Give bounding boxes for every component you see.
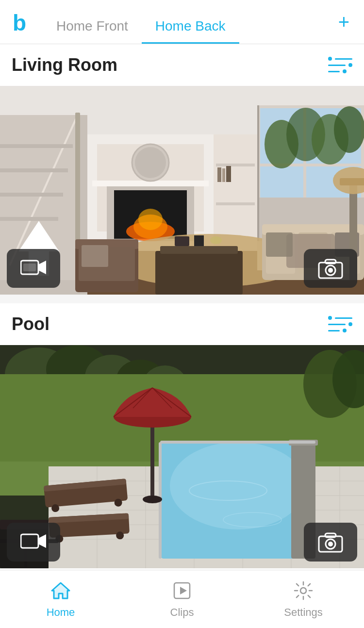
- tab-home-back[interactable]: Home Back: [142, 0, 239, 44]
- svg-rect-62: [340, 178, 364, 185]
- svg-rect-12: [0, 217, 58, 221]
- living-room-controls: [0, 242, 364, 295]
- svg-rect-66: [23, 264, 36, 271]
- nav-settings-label: Settings: [284, 606, 323, 619]
- svg-rect-11: [0, 193, 63, 197]
- svg-rect-24: [216, 164, 255, 166]
- pool-header: Pool: [0, 303, 364, 345]
- svg-rect-121: [21, 534, 38, 548]
- svg-point-22: [135, 147, 166, 178]
- svg-rect-28: [226, 166, 231, 182]
- nav-clips-label: Clips: [170, 606, 194, 619]
- svg-marker-122: [38, 534, 46, 548]
- svg-rect-25: [216, 202, 255, 205]
- svg-point-69: [328, 268, 333, 273]
- pool-title: Pool: [12, 314, 50, 334]
- pool-photo-button[interactable]: [304, 523, 357, 562]
- nav-clips[interactable]: Clips: [121, 580, 243, 619]
- settings-icon: [293, 580, 314, 603]
- svg-point-129: [300, 588, 306, 594]
- living-room-filter-icon[interactable]: [328, 57, 352, 73]
- svg-rect-10: [0, 168, 68, 172]
- clips-icon: [171, 580, 193, 603]
- svg-rect-100: [160, 441, 315, 444]
- pool-controls: [0, 516, 364, 568]
- living-room-feed[interactable]: [0, 86, 364, 295]
- svg-rect-41: [257, 105, 259, 241]
- living-room-section: Living Room: [0, 44, 364, 295]
- add-camera-button[interactable]: +: [333, 11, 354, 33]
- pool-feed[interactable]: [0, 345, 364, 568]
- svg-marker-65: [38, 261, 46, 274]
- svg-point-111: [143, 496, 162, 503]
- svg-rect-70: [325, 260, 336, 264]
- svg-marker-128: [180, 587, 187, 595]
- svg-rect-27: [222, 168, 225, 182]
- nav-settings[interactable]: Settings: [243, 580, 364, 619]
- nav-home-label: Home: [47, 606, 75, 619]
- home-icon: [50, 580, 71, 603]
- svg-text:b: b: [13, 10, 26, 34]
- pool-filter-icon[interactable]: [328, 316, 352, 332]
- header: b Home Front Home Back +: [0, 0, 364, 44]
- tab-bar: Home Front Home Back: [43, 0, 329, 44]
- living-room-title: Living Room: [12, 55, 117, 75]
- svg-rect-126: [325, 533, 336, 537]
- svg-point-38: [334, 106, 364, 153]
- app-logo: b: [10, 9, 35, 34]
- svg-rect-26: [217, 167, 221, 182]
- tab-home-front[interactable]: Home Front: [43, 0, 142, 44]
- pool-video-button[interactable]: [7, 523, 60, 562]
- bottom-nav: Home Clips Settings: [0, 570, 364, 628]
- nav-home[interactable]: Home: [0, 580, 121, 619]
- svg-rect-9: [0, 144, 73, 148]
- living-room-header: Living Room: [0, 44, 364, 86]
- svg-point-125: [328, 542, 333, 546]
- svg-rect-23: [214, 134, 257, 251]
- living-room-video-button[interactable]: [7, 249, 60, 288]
- living-room-photo-button[interactable]: [304, 249, 357, 288]
- main-content: Living Room: [0, 44, 364, 628]
- svg-point-19: [138, 209, 163, 230]
